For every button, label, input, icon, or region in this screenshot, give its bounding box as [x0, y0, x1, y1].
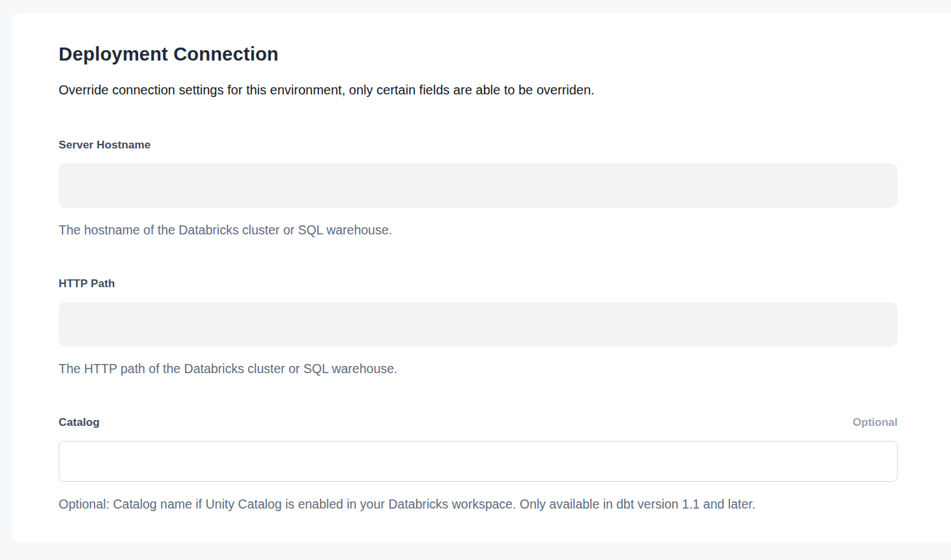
page-title: Deployment Connection: [59, 43, 898, 65]
field-server-hostname: Server Hostname The hostname of the Data…: [59, 138, 898, 238]
http-path-help: The HTTP path of the Databricks cluster …: [59, 361, 898, 376]
page-subtitle: Override connection settings for this en…: [59, 81, 898, 99]
server-hostname-label: Server Hostname: [59, 138, 150, 152]
http-path-label: HTTP Path: [59, 277, 115, 291]
field-catalog: Catalog Optional Optional: Catalog name …: [59, 415, 898, 512]
field-http-path: HTTP Path The HTTP path of the Databrick…: [59, 277, 898, 376]
catalog-input[interactable]: [59, 441, 898, 482]
catalog-label: Catalog: [59, 415, 100, 430]
catalog-help: Optional: Catalog name if Unity Catalog …: [59, 496, 898, 512]
catalog-optional-badge: Optional: [853, 415, 898, 430]
deployment-connection-card: Deployment Connection Override connectio…: [12, 13, 951, 542]
http-path-input: [59, 302, 898, 346]
server-hostname-help: The hostname of the Databricks cluster o…: [59, 222, 898, 238]
server-hostname-input: [59, 163, 898, 208]
